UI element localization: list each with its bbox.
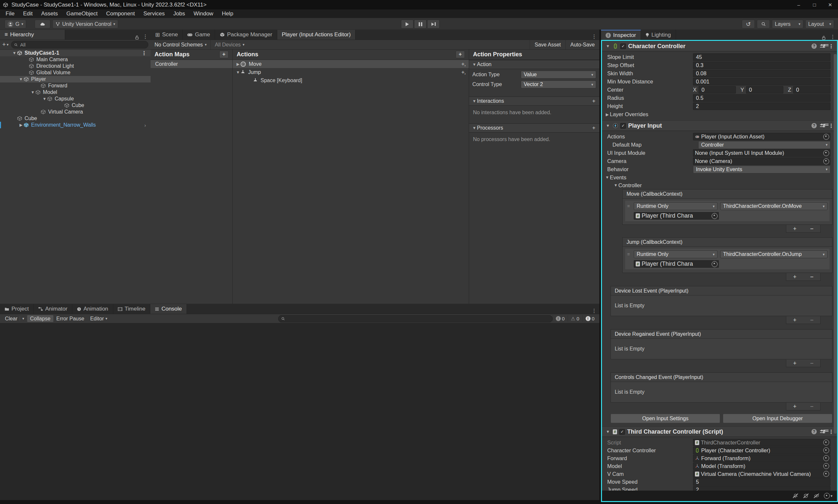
controller-foldout[interactable]: ▼ Controller	[602, 181, 837, 189]
add-event-button[interactable]: +	[786, 225, 803, 232]
clear-button[interactable]: Clear ▾	[2, 315, 27, 322]
status-check-dropdown[interactable]: ▾	[824, 493, 833, 499]
menu-assets[interactable]: Assets	[37, 10, 62, 18]
tab-inspector[interactable]: i Inspector	[601, 30, 641, 40]
add-processor-button[interactable]: +	[592, 125, 597, 131]
events-foldout[interactable]: ▼ Events	[602, 174, 837, 181]
object-picker-icon[interactable]	[823, 447, 829, 453]
tab-scene[interactable]: ⊞ Scene	[150, 30, 183, 40]
event-target-field[interactable]: # Player (Third Chara	[634, 212, 719, 220]
tree-row-prefab[interactable]: ▶ Environment_Narrow_Walls ›	[0, 122, 150, 128]
third-character-controller-header[interactable]: ▼ # ✓ Third Character Controller (Script…	[602, 427, 837, 437]
object-picker-icon[interactable]	[712, 261, 717, 267]
editor-dropdown[interactable]: Editor ▾	[87, 315, 110, 322]
console-log-area[interactable]	[0, 323, 599, 502]
foldout-closed-icon[interactable]: ▶	[18, 123, 23, 127]
action-row-jump[interactable]: ▼ Jump +,	[233, 68, 469, 76]
object-picker-icon[interactable]	[712, 213, 717, 219]
center-menu-kebab[interactable]: ⋮	[589, 33, 599, 40]
presets-icon[interactable]	[820, 430, 825, 434]
ui-input-module-field[interactable]: None (Input System UI Input Module)	[693, 149, 831, 157]
event-function-dropdown[interactable]: ThirdCharacterController.OnJump ▾	[720, 250, 827, 258]
foldout-open-icon[interactable]: ▼	[30, 90, 35, 94]
tree-row[interactable]: Virtual Camera	[0, 109, 150, 115]
drag-handle-icon[interactable]: =	[627, 202, 631, 220]
foldout-open-icon[interactable]: ▼	[605, 123, 610, 128]
inspector-scrollbar-thumb[interactable]	[834, 54, 837, 434]
close-button[interactable]: ✕	[822, 0, 838, 10]
object-picker-icon[interactable]	[823, 150, 829, 156]
help-icon[interactable]: ?	[812, 43, 817, 49]
add-event-button[interactable]: +	[786, 317, 803, 324]
all-devices-dropdown[interactable]: All Devices ▾	[211, 40, 248, 50]
vcam-field[interactable]: # Virtual Camera (Cinemachine Virtual Ca…	[693, 470, 831, 478]
control-schemes-dropdown[interactable]: No Control Schemes ▾	[150, 40, 211, 50]
drag-handle-icon[interactable]: =	[627, 250, 631, 268]
object-picker-icon[interactable]	[823, 471, 829, 477]
add-action-map-button[interactable]: +	[219, 51, 229, 58]
event-mode-dropdown[interactable]: Runtime Only ▾	[634, 202, 717, 210]
remove-event-button[interactable]: −	[803, 317, 820, 324]
default-map-dropdown[interactable]: Controller ▾	[698, 141, 831, 149]
object-picker-icon[interactable]	[823, 134, 829, 140]
tab-package-manager[interactable]: Package Manager	[215, 30, 277, 40]
play-button[interactable]	[401, 20, 413, 29]
tree-row[interactable]: Main Camera	[0, 56, 150, 63]
processors-section-bar[interactable]: ▼ Processors +	[469, 123, 599, 132]
visibility-disabled-icon[interactable]	[814, 493, 819, 499]
help-icon[interactable]: ?	[812, 123, 817, 128]
add-binding-button[interactable]: +,	[461, 61, 469, 68]
tab-game[interactable]: Game	[183, 30, 215, 40]
layout-dropdown[interactable]: Layout ▾	[805, 20, 834, 29]
tab-lighting[interactable]: Lighting	[641, 30, 676, 40]
menu-component[interactable]: Component	[102, 10, 139, 18]
binding-row-space-keyboard[interactable]: Space [Keyboard]	[233, 76, 469, 85]
tree-row[interactable]: Forward	[0, 83, 150, 89]
remove-event-button[interactable]: −	[803, 225, 820, 232]
object-picker-icon[interactable]	[823, 455, 829, 461]
action-section-bar[interactable]: ▼ Action	[469, 60, 599, 69]
help-icon[interactable]: ?	[812, 429, 817, 434]
cloud-button[interactable]	[35, 20, 50, 29]
tab-animation[interactable]: Animation	[72, 304, 113, 314]
height-field[interactable]: 2	[693, 103, 831, 110]
remove-event-button[interactable]: −	[803, 273, 820, 281]
tree-row[interactable]: Cube	[0, 102, 150, 109]
add-interaction-button[interactable]: +	[592, 98, 597, 104]
foldout-closed-icon[interactable]: ▶	[605, 112, 610, 117]
control-type-dropdown[interactable]: Vector 2 ▾	[521, 80, 596, 88]
tree-row[interactable]: Directional Light	[0, 63, 150, 69]
presets-icon[interactable]	[820, 124, 825, 128]
foldout-open-icon[interactable]: ▼	[235, 70, 240, 75]
account-dropdown[interactable]: G ▾	[4, 20, 26, 29]
step-button[interactable]	[427, 20, 440, 29]
model-field[interactable]: Model (Transform)	[693, 463, 831, 470]
slope-limit-field[interactable]: 45	[693, 53, 831, 61]
tab-project[interactable]: Project	[0, 304, 34, 314]
console-menu-kebab[interactable]: ⋮	[589, 308, 599, 314]
object-picker-icon[interactable]	[823, 439, 829, 446]
enabled-checkbox[interactable]: ✓	[620, 123, 626, 129]
foldout-open-icon[interactable]: ▼	[613, 183, 618, 187]
hierarchy-search[interactable]	[11, 41, 148, 49]
tab-hierarchy[interactable]: ≡ Hierarchy	[0, 30, 65, 40]
center-z-field[interactable]: 0	[793, 86, 831, 94]
event-target-field[interactable]: # Player (Third Chara	[634, 260, 719, 268]
error-count-badge[interactable]: ! 0	[582, 315, 598, 322]
collapse-toggle[interactable]: Collapse	[27, 315, 53, 322]
minimize-button[interactable]: –	[791, 0, 806, 10]
interactions-section-bar[interactable]: ▼ Interactions +	[469, 96, 599, 106]
foldout-open-icon[interactable]: ▼	[18, 77, 23, 82]
radius-field[interactable]: 0.5	[693, 94, 831, 102]
center-x-field[interactable]: 0	[698, 86, 736, 94]
prefab-open-chevron[interactable]: ›	[144, 122, 150, 128]
console-search-input[interactable]	[287, 316, 549, 322]
tree-row-scene[interactable]: ▼ StudyCase1-1 ⋮	[0, 50, 150, 56]
lock-icon[interactable]	[134, 35, 140, 40]
menu-services[interactable]: Services	[139, 10, 169, 18]
add-action-button[interactable]: +	[456, 51, 465, 58]
version-control-dropdown[interactable]: Unity Version Control ▾	[52, 20, 118, 29]
undo-history-button[interactable]: ↺	[742, 20, 755, 29]
menu-help[interactable]: Help	[218, 10, 238, 18]
tab-animator[interactable]: Animator	[34, 304, 72, 314]
